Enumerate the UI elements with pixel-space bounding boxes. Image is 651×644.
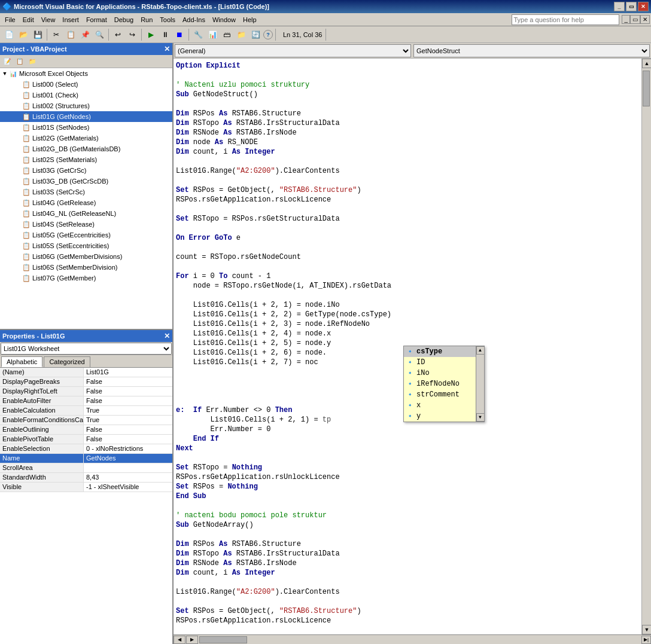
ac-item-id[interactable]: 🔹 ID	[404, 357, 476, 368]
tree-item[interactable]: 📋List03S (SetCrSc)	[0, 187, 172, 197]
tree-item[interactable]: 📋List000 (Select)	[0, 79, 172, 90]
toolbar-more5[interactable]: 🔄	[249, 28, 262, 41]
menu-help[interactable]: Help	[239, 15, 260, 25]
tree-item[interactable]: 📋List04S (SetRelease)	[0, 219, 172, 230]
property-row[interactable]: DisplayRightToLeftFalse	[0, 387, 172, 396]
property-row[interactable]: Visible-1 - xlSheetVisible	[0, 483, 172, 492]
menu-edit[interactable]: Edit	[19, 15, 38, 25]
hscroll-end-btn[interactable]: ▶|	[641, 636, 651, 644]
scroll-thumb[interactable]	[643, 71, 650, 106]
properties-object-select[interactable]: List01G Worksheet	[1, 343, 172, 355]
tree-item[interactable]: 📋List07G (GetMember)	[0, 273, 172, 283]
properties-object-dropdown[interactable]: List01G Worksheet	[0, 342, 172, 355]
toolbar-more1[interactable]: 🔧	[191, 28, 205, 41]
ac-item-irefnodeno[interactable]: 🔹 iRefNodeNo	[404, 379, 476, 389]
toolbar-run[interactable]: ▶	[144, 28, 157, 41]
toolbar-more4[interactable]: 📁	[235, 28, 248, 41]
hscroll-right-btn[interactable]: ▶	[186, 636, 198, 644]
ac-item-ino[interactable]: 🔹 iNo	[404, 368, 476, 379]
menu-addins[interactable]: Add-Ins	[179, 15, 209, 25]
property-row[interactable]: DisplayPageBreaksFalse	[0, 377, 172, 387]
property-row[interactable]: (Name)List01G	[0, 368, 172, 377]
property-row[interactable]: EnableOutliningFalse	[0, 425, 172, 435]
scroll-track[interactable]	[642, 68, 651, 625]
menu-format[interactable]: Format	[83, 15, 111, 25]
ac-scroll-up[interactable]: ▲	[476, 346, 485, 355]
ac-item-y[interactable]: 🔹 y	[404, 411, 476, 422]
toolbar-new[interactable]: 📄	[2, 28, 16, 41]
property-row[interactable]: EnableAutoFilterFalse	[0, 396, 172, 406]
project-toggle-btn[interactable]: 📁	[26, 56, 38, 67]
project-view-btn2[interactable]: 📋	[14, 56, 26, 67]
toolbar-copy[interactable]: 📋	[64, 28, 77, 41]
property-row[interactable]: EnablePivotTableFalse	[0, 435, 172, 444]
tree-item[interactable]: 📋List02G (GetMaterials)	[0, 133, 172, 144]
restore-button[interactable]: ▭	[626, 2, 637, 11]
menu-view[interactable]: View	[38, 15, 59, 25]
property-row[interactable]: EnableSelection0 - xlNoRestrictions	[0, 444, 172, 454]
menu-run[interactable]: Run	[137, 15, 156, 25]
code-editor[interactable]: Option Explicit ' Nacteni uzlu pomoci st…	[174, 59, 641, 634]
help-search-input[interactable]	[512, 14, 619, 25]
menu-window[interactable]: Window	[209, 15, 239, 25]
scroll-down-button[interactable]: ▼	[642, 625, 651, 634]
code-horizontal-scrollbar[interactable]: ◀ ▶ ▶|	[174, 634, 651, 644]
menu-file[interactable]: File	[1, 15, 19, 25]
tree-item[interactable]: 📋List001 (Check)	[0, 90, 172, 100]
tab-alphabetic[interactable]: Alphabetic	[1, 356, 42, 367]
menu-debug[interactable]: Debug	[111, 15, 137, 25]
ac-scroll-down[interactable]: ▼	[476, 413, 485, 422]
close-button[interactable]: ✕	[638, 2, 649, 11]
toolbar-save[interactable]: 💾	[31, 28, 44, 41]
toolbar-undo[interactable]: ↩	[111, 28, 124, 41]
hscroll-left-btn[interactable]: ◀	[174, 636, 185, 644]
code-procedure-dropdown[interactable]: GetNodeStruct	[413, 44, 650, 57]
tree-root[interactable]: ▼ 📊 Microsoft Excel Objects	[0, 68, 172, 79]
tree-item[interactable]: 📋List06G (GetMemberDivisions)	[0, 251, 172, 262]
project-close-button[interactable]: ✕	[164, 45, 170, 53]
autocomplete-popup[interactable]: 🔹 csType 🔹 ID 🔹 iNo	[403, 346, 485, 422]
property-row[interactable]: EnableFormatConditionsCalTrue	[0, 416, 172, 425]
tree-item[interactable]: 📋List002 (Structures)	[0, 100, 172, 111]
toolbar-redo[interactable]: ↪	[126, 28, 139, 41]
toolbar-cut[interactable]: ✂	[50, 28, 63, 41]
ac-item-x[interactable]: 🔹 x	[404, 400, 476, 411]
toolbar-paste[interactable]: 📌	[78, 28, 92, 41]
tree-item[interactable]: 📋List02G_DB (GetMaterialsDB)	[0, 144, 172, 154]
menu-tools[interactable]: Tools	[156, 15, 179, 25]
project-view-btn1[interactable]: 📝	[1, 56, 13, 67]
close-btn2[interactable]: ✕	[640, 15, 650, 24]
tree-item[interactable]: 📋List02S (SetMaterials)	[0, 154, 172, 165]
toolbar-find[interactable]: 🔍	[93, 28, 106, 41]
minimize-btn2[interactable]: _	[622, 15, 630, 24]
tree-item[interactable]: 📋List05G (GetEccentricities)	[0, 230, 172, 240]
property-row[interactable]: NameGetNodes	[0, 454, 172, 463]
project-tree[interactable]: ▼ 📊 Microsoft Excel Objects 📋List000 (Se…	[0, 68, 172, 329]
restore-btn2[interactable]: ▭	[630, 15, 640, 24]
toolbar-pause[interactable]: ⏸	[159, 28, 172, 41]
menu-insert[interactable]: Insert	[59, 15, 83, 25]
ac-item-strcomment[interactable]: 🔹 strComment	[404, 389, 476, 400]
property-row[interactable]: EnableCalculationTrue	[0, 406, 172, 416]
properties-close-button[interactable]: ✕	[164, 332, 170, 340]
hscroll-thumb[interactable]	[199, 636, 247, 643]
tree-item[interactable]: 📋List03G (GetCrSc)	[0, 165, 172, 176]
tab-categorized[interactable]: Categorized	[44, 356, 90, 367]
tree-item[interactable]: 📋List05S (SetEccentricities)	[0, 240, 172, 251]
toolbar-stop[interactable]: ⏹	[173, 28, 186, 41]
code-object-dropdown[interactable]: (General)	[175, 44, 411, 57]
tree-item[interactable]: 📋List03G_DB (GetCrScDB)	[0, 176, 172, 187]
toolbar-more3[interactable]: 🗃	[220, 28, 233, 41]
tree-item[interactable]: 📋List06S (SetMemberDivision)	[0, 262, 172, 273]
expand-icon[interactable]: ▼	[1, 70, 8, 77]
property-row[interactable]: StandardWidth8,43	[0, 473, 172, 483]
autocomplete-scrollbar[interactable]: ▲ ▼	[476, 346, 484, 422]
tree-item[interactable]: 📋List01G (GetNodes)	[0, 111, 172, 122]
tree-item[interactable]: 📋List04G_NL (GetReleaseNL)	[0, 208, 172, 219]
property-row[interactable]: ScrollArea	[0, 463, 172, 473]
code-vertical-scrollbar[interactable]: ▲ ▼	[641, 59, 651, 634]
ac-item-cstype[interactable]: 🔹 csType	[404, 346, 476, 357]
hscroll-track[interactable]	[199, 636, 640, 644]
tree-item[interactable]: 📋List01S (SetNodes)	[0, 122, 172, 133]
scroll-up-button[interactable]: ▲	[642, 59, 651, 68]
